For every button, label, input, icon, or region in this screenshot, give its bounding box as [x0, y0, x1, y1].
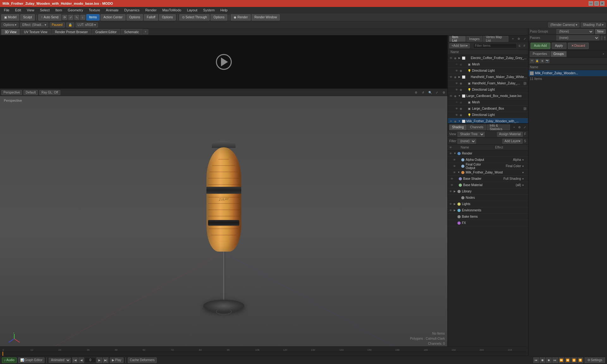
list-item[interactable]: 👁 ◉ ▼ ⬜ Milk_Frother_Zulay_Wooden_with_.…: [448, 118, 528, 123]
apply-btn[interactable]: Apply: [552, 43, 567, 49]
list-item[interactable]: 👁 ◉ ▶ ⬜ Handheld_Foam_Maker_Zulay_White_…: [448, 74, 528, 80]
list-item[interactable]: 👁 ◉ ▶ ⬜ Electric_Coffee_Frother_Zulay_Gr…: [448, 55, 528, 61]
render-icon[interactable]: ◉: [459, 69, 463, 73]
new-pass-group-btn[interactable]: New: [595, 29, 606, 34]
tab-info-statistics[interactable]: Info & Statistics: [487, 124, 510, 130]
shader-item[interactable]: 👁 Alpha Output Alpha ▾: [448, 157, 528, 163]
groups-render-btn[interactable]: ◉: [540, 59, 544, 63]
vis-icon[interactable]: 👁: [454, 69, 459, 73]
render-icon[interactable]: ◉: [453, 75, 457, 79]
effect-label[interactable]: Effect: (Shadi... ▾: [20, 22, 48, 27]
paused-indicator[interactable]: Paused: [50, 22, 65, 27]
effect-arrow[interactable]: ▾: [522, 165, 527, 168]
shader-item[interactable]: 👁 ▶ Library: [448, 188, 528, 195]
groups-vis-btn[interactable]: 👁: [530, 59, 534, 63]
passes-decrement[interactable]: -: [601, 36, 603, 40]
passes-select[interactable]: (none): [556, 35, 599, 40]
render-icon[interactable]: ◉: [459, 62, 463, 67]
tab-3d-view[interactable]: 3D View: [1, 29, 20, 35]
viewport-icon3[interactable]: 🔍: [428, 90, 432, 95]
items-btn[interactable]: Items: [86, 14, 100, 21]
default-label[interactable]: Default: [23, 90, 38, 95]
perspective-label[interactable]: Perspective: [1, 90, 22, 95]
falloff-btn[interactable]: Falloff: [144, 14, 158, 21]
shader-panel-icon1[interactable]: +: [512, 125, 516, 130]
menu-edit[interactable]: Edit: [13, 8, 24, 13]
vis-icon[interactable]: 👁: [454, 81, 459, 86]
lock-icon-btn[interactable]: 🔒: [66, 22, 74, 27]
animated-select[interactable]: Animated: [49, 358, 71, 363]
render-icon[interactable]: ◉: [453, 56, 457, 60]
vis-icon[interactable]: 👁: [449, 56, 453, 60]
transport-6[interactable]: ⏪: [565, 357, 571, 363]
shader-vis-icon[interactable]: 👁: [449, 152, 454, 155]
shader-vis-icon[interactable]: 👁: [453, 171, 457, 174]
options-dropdown[interactable]: Options ▾: [1, 22, 19, 27]
add-tab-button[interactable]: +: [143, 29, 148, 34]
auto-send-btn[interactable]: ↑ Auto Send: [38, 14, 61, 21]
shader-item[interactable]: 👁 ▶ Environments: [448, 207, 528, 214]
play-button[interactable]: [216, 54, 232, 70]
shader-expand[interactable]: ▼: [457, 171, 461, 174]
frame-input[interactable]: [85, 358, 96, 363]
shader-item-base-material[interactable]: 👁 Base Material (all) ▾: [448, 182, 528, 188]
menu-layout[interactable]: Layout: [184, 8, 200, 13]
vis-icon[interactable]: 👁: [449, 119, 453, 124]
shading-selector[interactable]: Shading: Full ▾: [581, 22, 606, 27]
discard-btn[interactable]: ✕ Discard: [568, 43, 589, 49]
transport-3[interactable]: ⏺: [546, 357, 552, 363]
shader-item[interactable]: 👁 Final Color Output Final Color ▾: [448, 163, 528, 169]
shader-item[interactable]: Nodes: [448, 195, 528, 201]
shader-item[interactable]: FX: [448, 220, 528, 226]
preview-viewport[interactable]: [0, 35, 447, 89]
vis-icon[interactable]: 👁: [454, 106, 459, 111]
options1-btn[interactable]: Options: [126, 14, 143, 21]
shader-view-select[interactable]: Shader Tree: [457, 132, 485, 137]
select-through-btn[interactable]: ⊙ Select Through: [179, 14, 210, 21]
render-btn[interactable]: ◉ Render: [231, 14, 251, 21]
item-panel-icon2[interactable]: ⚙: [517, 37, 521, 41]
graph-editor-btn[interactable]: 📊 Graph Editor: [18, 357, 45, 363]
filter-items-input[interactable]: [473, 43, 517, 48]
render-icon[interactable]: ◉: [459, 100, 463, 105]
timeline-track[interactable]: [0, 352, 526, 356]
toolbar-icon-2[interactable]: ⤢: [68, 15, 73, 20]
expand-arrow[interactable]: ▶: [457, 56, 461, 60]
effect-arrow[interactable]: ▾: [522, 184, 527, 187]
filter-settings-icon[interactable]: F: [522, 44, 527, 48]
tab-images[interactable]: Images: [466, 36, 482, 42]
shader-vis-icon[interactable]: 👁: [449, 190, 454, 193]
effect-arrow[interactable]: ▾: [522, 158, 527, 161]
shader-item[interactable]: 👁 ▼ Milk_Frother_Zulay_Wood ▾: [448, 169, 528, 176]
tab-channels[interactable]: Channels: [467, 124, 486, 130]
groups-cam-btn[interactable]: 📷: [545, 59, 549, 63]
mode-model-btn[interactable]: ▣ Model: [1, 14, 19, 21]
groups-lock-btn[interactable]: 🔒: [535, 59, 539, 63]
maximize-button[interactable]: □: [594, 1, 599, 6]
shader-panel-icon3[interactable]: ⤢: [523, 125, 527, 130]
transport-2[interactable]: ⏹: [540, 357, 545, 363]
effect-arrow[interactable]: ▾: [522, 177, 527, 180]
filter-select[interactable]: (none): [457, 139, 476, 144]
viewport-settings-icon[interactable]: ⚙: [442, 90, 446, 95]
effect-arrow[interactable]: ▾: [522, 171, 527, 174]
shader-expand[interactable]: ▶: [454, 190, 457, 193]
passes-increment[interactable]: +: [604, 36, 606, 40]
groups-item[interactable]: Milk_Frother_Zulay_Wooden...: [529, 70, 607, 76]
close-button[interactable]: ✕: [600, 1, 604, 6]
list-item[interactable]: 👁 ◉ 💡 Directional Light: [448, 87, 528, 93]
transport-5[interactable]: ⏩: [559, 357, 564, 363]
list-item[interactable]: 👁 ◉ ▣ Mesh: [448, 99, 528, 106]
menu-geometry[interactable]: Geometry: [65, 8, 85, 13]
toolbar-icon-3[interactable]: ⤡: [74, 15, 79, 20]
play-btn[interactable]: ▶: [96, 357, 102, 363]
menu-texture[interactable]: Texture: [86, 8, 103, 13]
menu-animate[interactable]: Animate: [103, 8, 121, 13]
tab-properties[interactable]: Properties: [530, 51, 550, 57]
vis-icon[interactable]: 👁: [454, 88, 459, 92]
item-panel-icon3[interactable]: ⤢: [523, 37, 527, 41]
render-window-btn[interactable]: Render Window: [252, 14, 280, 21]
pass-groups-select[interactable]: (None): [556, 29, 594, 34]
menu-maxtomodo[interactable]: MaxToModo: [160, 8, 184, 13]
viewport-icon2[interactable]: ↺: [421, 90, 425, 95]
